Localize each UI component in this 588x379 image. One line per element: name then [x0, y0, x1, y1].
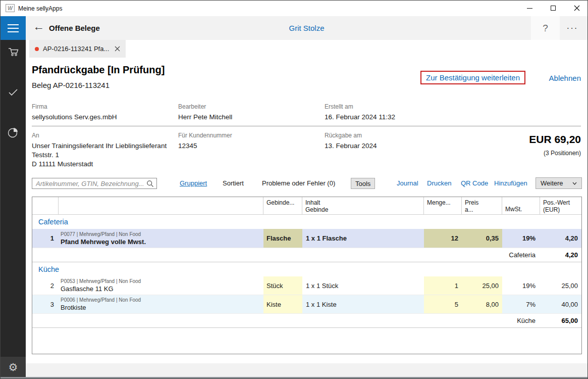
help-button[interactable]: ? [531, 16, 560, 40]
forward-for-confirmation-button[interactable]: Zur Bestätigung weiterleiten [420, 71, 525, 84]
gear-icon: ⚙ [9, 361, 18, 373]
close-icon [574, 5, 580, 11]
col-header-mwst[interactable]: MwSt. [502, 197, 540, 214]
field-value-firma: sellysolutions Serv.ges.mbH [32, 113, 117, 122]
gebinde-cell[interactable]: Flasche [263, 229, 302, 248]
help-icon: ? [543, 23, 548, 34]
row-number: 1 [32, 229, 59, 248]
status-bar [26, 363, 587, 378]
position-count: (3 Positionen) [544, 150, 581, 157]
sidebar-item-settings[interactable]: ⚙ [1, 357, 26, 378]
document-number: Beleg AP-0216-113241 [32, 81, 110, 89]
col-header-preis[interactable]: Preisa... [462, 197, 502, 214]
col-header-gebinde[interactable]: Gebinde... [263, 197, 302, 214]
weitere-dropdown[interactable]: Weitere [536, 177, 582, 189]
wert-cell: 40,00 [540, 295, 581, 313]
mwst-cell: 19% [502, 229, 540, 248]
divider [32, 126, 581, 126]
field-label-firma: Firma [32, 103, 47, 110]
field-label-erstellt-am: Erstellt am [325, 103, 353, 110]
user-name-link[interactable]: Grit Stolze [26, 24, 587, 32]
gebinde-cell[interactable]: Stück [263, 276, 302, 295]
document-total: EUR 69,20 [529, 133, 581, 146]
hamburger-menu-button[interactable] [1, 16, 26, 40]
journal-link[interactable]: Journal [397, 179, 418, 187]
row-number: 3 [32, 295, 59, 313]
inhalt-cell: 1 x 1 Flasche [302, 229, 424, 248]
article-code: P0077 | Mehrweg/Pfand | Non Food [61, 231, 141, 238]
article-cell: P0006 | Mehrweg/Pfand | Non Food Brotkis… [59, 295, 263, 313]
mwst-cell: 7% [502, 295, 540, 313]
minimize-button[interactable] [518, 1, 541, 16]
search-box [32, 178, 157, 189]
group-header-kueche[interactable]: Küche [32, 262, 581, 276]
preis-cell[interactable]: 25,00 [462, 276, 502, 295]
menge-cell[interactable]: 1 [424, 276, 462, 295]
group-subtotal-row: Küche 65,00 [32, 314, 581, 328]
menge-cell[interactable]: 12 [424, 229, 462, 248]
subtotal-label: Cafeteria [32, 251, 540, 259]
minimize-icon [527, 8, 532, 9]
document-title: Pfandrückgabe [In Prüfung] [32, 64, 165, 76]
pie-chart-icon [7, 126, 20, 139]
field-label-rueckgabe-am: Rückgabe am [325, 132, 362, 139]
sidebar-item-cart[interactable] [1, 42, 26, 61]
col-header-inhalt[interactable]: InhaltGebinde [302, 197, 424, 214]
inhalt-cell: 1 x 1 Stück [302, 276, 424, 295]
table-row[interactable]: 3 P0006 | Mehrweg/Pfand | Non Food Brotk… [32, 295, 581, 314]
field-label-kundennummer: Für Kundennummer [178, 132, 232, 139]
sortiert-toggle[interactable]: Sortiert [223, 179, 244, 187]
gebinde-cell[interactable]: Kiste [263, 295, 302, 313]
tools-button[interactable]: Tools [351, 178, 375, 189]
more-options-button[interactable]: ··· [560, 16, 584, 40]
tab-bar: AP-0216-113241 Pfa... [26, 40, 587, 58]
titlebar: W Meine sellyApps [1, 1, 587, 16]
reject-button[interactable]: Ablehnen [549, 74, 581, 82]
subtotal-value: 4,20 [540, 251, 581, 259]
sidebar-item-reports[interactable] [1, 123, 26, 141]
article-cell: P0053 | Mehrweg/Pfand | Non Food Gasflas… [59, 276, 263, 295]
app-header: ← Offene Belege Grit Stolze ? ··· [26, 16, 587, 40]
field-label-an: An [32, 132, 39, 139]
row-number: 2 [32, 276, 59, 295]
subtotal-value: 65,00 [540, 317, 581, 324]
group-header-cafeteria[interactable]: Cafeteria [32, 215, 581, 229]
app-window: W Meine sellyApps [0, 0, 588, 379]
hamburger-icon [8, 24, 19, 25]
hinzufuegen-link[interactable]: Hinzufügen [494, 179, 527, 187]
col-header-wert[interactable]: Pos.-Wert(EUR) [540, 197, 581, 214]
preis-cell[interactable]: 0,35 [462, 229, 502, 248]
article-name: Brotkiste [61, 304, 86, 311]
article-code: P0053 | Mehrweg/Pfand | Non Food [61, 278, 141, 285]
sidebar-item-approvals[interactable] [1, 83, 26, 101]
ellipsis-icon: ··· [567, 23, 578, 33]
table-row[interactable]: 1 P0077 | Mehrweg/Pfand | Non Food Pfand… [32, 229, 581, 248]
preis-cell[interactable]: 8,00 [462, 295, 502, 313]
qr-code-link[interactable]: QR Code [461, 179, 488, 187]
window-title: Meine sellyApps [18, 5, 62, 12]
probleme-toggle[interactable]: Probleme oder Fehler (0) [262, 179, 335, 187]
table-row[interactable]: 2 P0053 | Mehrweg/Pfand | Non Food Gasfl… [32, 276, 581, 295]
menge-cell[interactable]: 5 [424, 295, 462, 313]
article-cell: P0077 | Mehrweg/Pfand | Non Food Pfand M… [59, 229, 263, 248]
col-header-menge[interactable]: Menge... [424, 197, 462, 214]
mwst-cell: 19% [502, 276, 540, 295]
check-icon [7, 86, 19, 98]
col-header-article[interactable] [59, 197, 263, 214]
group-subtotal-row: Cafeteria 4,20 [32, 248, 581, 262]
subtotal-label: Küche [32, 317, 540, 324]
tab-close-button[interactable] [115, 46, 120, 52]
search-input[interactable] [32, 178, 156, 188]
field-value-erstellt-am: 16. Februar 2024 11:32 [325, 113, 395, 122]
drucken-link[interactable]: Drucken [427, 179, 451, 187]
tab-document[interactable]: AP-0216-113241 Pfa... [29, 40, 126, 58]
article-code: P0006 | Mehrweg/Pfand | Non Food [61, 297, 141, 303]
close-icon [115, 46, 120, 52]
table-header-row: Gebinde... InhaltGebinde Menge... Preisa… [32, 197, 581, 215]
gruppiert-toggle[interactable]: Gruppiert [180, 179, 207, 187]
close-window-button[interactable] [565, 1, 588, 16]
article-name: Gasflasche 11 KG [61, 286, 114, 293]
maximize-button[interactable] [542, 1, 565, 16]
col-header-number[interactable] [32, 197, 59, 214]
article-name: Pfand Mehrweg volle Mwst. [61, 239, 146, 246]
